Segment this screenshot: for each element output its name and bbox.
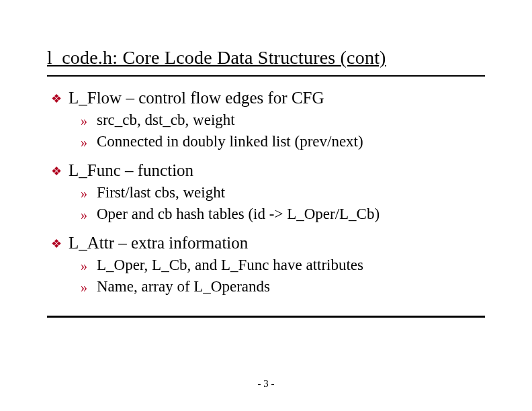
bullet-text: src_cb, dst_cb, weight <box>97 111 235 129</box>
bullet-text: L_Func – function <box>69 161 193 180</box>
bullet-level2: » Oper and cb hash tables (id -> L_Oper/… <box>81 205 485 224</box>
bullet-level1: ❖ L_Flow – control flow edges for CFG <box>51 89 485 109</box>
bullet-level1: ❖ L_Func – function <box>51 161 485 181</box>
bullet-text: Connected in doubly linked list (prev/ne… <box>97 133 363 150</box>
bullet-level2: » Connected in doubly linked list (prev/… <box>81 133 485 152</box>
raquo-bullet-icon: » <box>81 205 97 224</box>
bullet-level1: ❖ L_Attr – extra information <box>51 234 485 254</box>
horizontal-rule-bottom <box>47 316 485 318</box>
content-area: ❖ L_Flow – control flow edges for CFG » … <box>47 89 485 297</box>
raquo-bullet-icon: » <box>81 184 97 203</box>
bullet-level2: » Name, array of L_Operands <box>81 278 485 297</box>
raquo-bullet-icon: » <box>81 111 97 130</box>
bullet-text: L_Oper, L_Cb, and L_Func have attributes <box>97 257 363 274</box>
bullet-text: L_Attr – extra information <box>69 234 248 253</box>
raquo-bullet-icon: » <box>81 257 97 275</box>
bullet-level2: » First/last cbs, weight <box>81 184 485 203</box>
diamond-bullet-icon: ❖ <box>51 89 69 109</box>
bullet-text: Oper and cb hash tables (id -> L_Oper/L_… <box>97 205 380 223</box>
bullet-level2: » L_Oper, L_Cb, and L_Func have attribut… <box>81 257 485 275</box>
bullet-text: L_Flow – control flow edges for CFG <box>69 89 324 107</box>
bullet-level2: » src_cb, dst_cb, weight <box>81 111 485 130</box>
bullet-text: Name, array of L_Operands <box>97 278 270 295</box>
page-number: - 3 - <box>0 378 532 390</box>
bullet-text: First/last cbs, weight <box>97 184 225 201</box>
horizontal-rule-top <box>47 75 485 77</box>
slide-title: l_code.h: Core Lcode Data Structures (co… <box>47 47 485 68</box>
raquo-bullet-icon: » <box>81 133 97 152</box>
diamond-bullet-icon: ❖ <box>51 161 69 181</box>
diamond-bullet-icon: ❖ <box>51 234 69 254</box>
raquo-bullet-icon: » <box>81 278 97 297</box>
slide: l_code.h: Core Lcode Data Structures (co… <box>0 0 532 411</box>
